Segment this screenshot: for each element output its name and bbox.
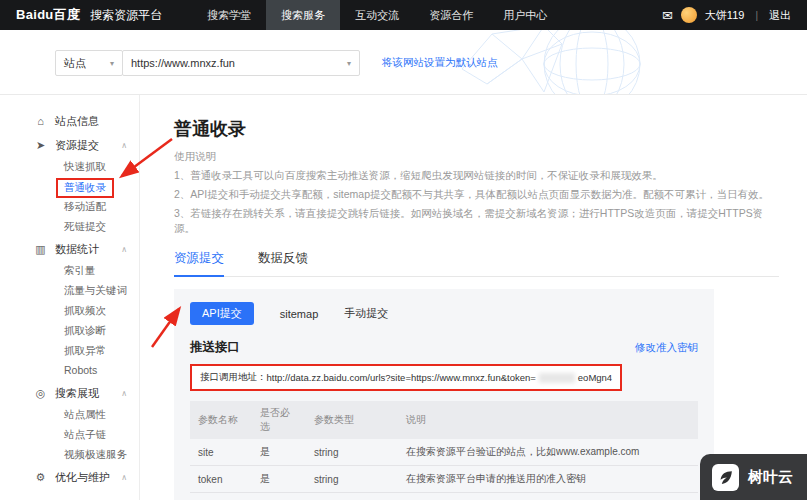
masked-token: [539, 373, 575, 383]
sidebar-item-crawl-errors[interactable]: 抓取异常: [0, 341, 139, 361]
sidebar-item-crawl-frequency[interactable]: 抓取频次: [0, 301, 139, 321]
usage-line-1: 1、普通收录工具可以向百度搜索主动推送资源，缩短爬虫发现网站链接的时间，不保证收…: [174, 168, 779, 183]
chevron-up-icon: ∧: [121, 245, 127, 254]
param-type: string: [306, 466, 398, 493]
modify-access-key-link[interactable]: 修改准入密钥: [635, 341, 698, 355]
display-icon: ◎: [34, 387, 47, 400]
site-type-select[interactable]: 站点 ▾: [55, 50, 123, 76]
annotation-red-box-sidebar: 普通收录: [56, 178, 114, 198]
sidebar-section-label: 数据统计: [55, 242, 99, 257]
set-default-site-link[interactable]: 将该网站设置为默认站点: [382, 56, 498, 70]
sidebar-item-video-speed-service[interactable]: 视频极速服务: [0, 445, 139, 465]
watermark-brand: 树叶云: [748, 468, 793, 487]
avatar[interactable]: [681, 7, 697, 23]
params-table: 参数名称 是否必选 参数类型 说明 site 是 string 在搜索资源平台验…: [190, 401, 698, 493]
chart-icon: ▥: [34, 243, 47, 256]
tab-resource-submit[interactable]: 资源提交: [174, 250, 224, 277]
param-name: token: [190, 466, 252, 493]
param-required: 是: [252, 466, 306, 493]
submit-panel: API提交 sitemap 手动提交 推送接口 修改准入密钥 接口调用地址： h…: [174, 289, 714, 500]
usage-line-2: 2、API提交和手动提交共享配额，sitemap提交配额不与其共享，具体配额以站…: [174, 187, 779, 202]
method-tabs: API提交 sitemap 手动提交: [190, 302, 698, 325]
navbar-divider: |: [755, 10, 758, 21]
mail-icon[interactable]: ✉: [662, 8, 673, 23]
top-navbar: Baidu百度 搜索资源平台 搜索学堂 搜索服务 互动交流 资源合作 用户中心 …: [0, 0, 807, 30]
chevron-down-icon: ▾: [110, 59, 114, 68]
table-row: token 是 string 在搜索资源平台申请的推送用的准入密钥: [190, 466, 698, 493]
watermark: 树叶云: [700, 454, 807, 500]
gear-icon: ⚙: [34, 471, 47, 484]
param-desc: 在搜索资源平台申请的推送用的准入密钥: [398, 466, 698, 493]
site-url-select[interactable]: https://www.mnxz.fun ▾: [122, 50, 360, 76]
chevron-up-icon: ∧: [121, 473, 127, 482]
sidebar-item-traffic-keywords[interactable]: 流量与关键词: [0, 281, 139, 301]
home-icon: ⌂: [34, 115, 47, 127]
sidebar-item-site-sublinks[interactable]: 站点子链: [0, 425, 139, 445]
site-selector-bar: 站点 ▾ https://www.mnxz.fun ▾ 将该网站设置为默认站点: [0, 30, 807, 95]
param-name: site: [190, 439, 252, 466]
sidebar-item-mobile-adaptation[interactable]: 移动适配: [0, 197, 139, 217]
sidebar-section-label: 资源提交: [55, 138, 99, 153]
method-tab-manual-submit[interactable]: 手动提交: [344, 306, 388, 321]
baidu-logo: Baidu百度: [16, 6, 80, 24]
logout-button[interactable]: 退出: [769, 8, 791, 23]
endpoint-label: 接口调用地址：: [200, 371, 267, 384]
nav-item-search-services[interactable]: 搜索服务: [266, 0, 340, 30]
sidebar-section-data-statistics[interactable]: ▥ 数据统计 ∧: [0, 237, 139, 261]
content-tabs: 资源提交 数据反馈: [174, 250, 779, 277]
sidebar-item-site-info[interactable]: ⌂ 站点信息: [0, 109, 139, 133]
site-type-label: 站点: [64, 56, 86, 71]
sidebar-item-robots[interactable]: Robots: [0, 361, 139, 381]
sidebar-item-normal-inclusion[interactable]: 普通收录: [0, 177, 139, 197]
navbar-right: ✉ 大饼119 | 退出: [662, 7, 791, 23]
sidebar-section-optimization[interactable]: ⚙ 优化与维护 ∧: [0, 465, 139, 489]
sidebar-item-dead-link-submit[interactable]: 死链提交: [0, 217, 139, 237]
param-type: string: [306, 439, 398, 466]
table-row: site 是 string 在搜索资源平台验证的站点，比如www.example…: [190, 439, 698, 466]
col-header-required: 是否必选: [252, 401, 306, 439]
method-tab-api-submit[interactable]: API提交: [190, 302, 254, 325]
nav-item-search-academy[interactable]: 搜索学堂: [192, 0, 266, 30]
endpoint-url: http://data.zz.baidu.com/urls?site=https…: [267, 372, 536, 383]
sidebar-item-label: 站点信息: [55, 114, 99, 129]
username[interactable]: 大饼119: [705, 8, 745, 23]
send-icon: ➤: [34, 139, 47, 152]
sidebar: ⌂ 站点信息 ➤ 资源提交 ∧ 快速抓取 普通收录 移动适配 死链提交 ▥ 数据…: [0, 95, 140, 500]
site-url-value: https://www.mnxz.fun: [131, 57, 235, 69]
usage-title: 使用说明: [174, 150, 779, 164]
param-desc: 在搜索资源平台验证的站点，比如www.example.com: [398, 439, 698, 466]
sidebar-section-label: 搜索展现: [55, 386, 99, 401]
col-header-desc: 说明: [398, 401, 698, 439]
platform-name: 搜索资源平台: [90, 7, 162, 24]
param-required: 是: [252, 439, 306, 466]
chevron-up-icon: ∧: [121, 389, 127, 398]
site-controls: 站点 ▾ https://www.mnxz.fun ▾ 将该网站设置为默认站点: [55, 50, 498, 76]
usage-line-3: 3、若链接存在跳转关系，请直接提交跳转后链接。如网站换域名，需提交新域名资源；进…: [174, 206, 779, 236]
leaf-logo-icon: [712, 464, 739, 491]
sidebar-section-resource-submit[interactable]: ➤ 资源提交 ∧: [0, 133, 139, 157]
page: Baidu百度 搜索资源平台 搜索学堂 搜索服务 互动交流 资源合作 用户中心 …: [0, 0, 807, 500]
main-nav: 搜索学堂 搜索服务 互动交流 资源合作 用户中心: [192, 0, 562, 30]
nav-item-resource-cooperation[interactable]: 资源合作: [414, 0, 488, 30]
layout: ⌂ 站点信息 ➤ 资源提交 ∧ 快速抓取 普通收录 移动适配 死链提交 ▥ 数据…: [0, 95, 807, 500]
push-api-header: 推送接口 修改准入密钥: [190, 339, 698, 356]
params-table-header-row: 参数名称 是否必选 参数类型 说明: [190, 401, 698, 439]
page-title: 普通收录: [174, 119, 779, 140]
nav-item-user-center[interactable]: 用户中心: [488, 0, 562, 30]
chevron-up-icon: ∧: [121, 141, 127, 150]
sidebar-item-site-attributes[interactable]: 站点属性: [0, 405, 139, 425]
endpoint-token-tail: eoMgn4: [578, 372, 612, 383]
push-api-title: 推送接口: [190, 339, 240, 356]
api-endpoint-box: 接口调用地址： http://data.zz.baidu.com/urls?si…: [190, 364, 622, 391]
sidebar-item-crawl-diagnosis[interactable]: 抓取诊断: [0, 321, 139, 341]
sidebar-item-index-volume[interactable]: 索引量: [0, 261, 139, 281]
tab-data-feedback[interactable]: 数据反馈: [258, 250, 308, 276]
nav-item-interaction[interactable]: 互动交流: [340, 0, 414, 30]
sidebar-item-quick-crawl[interactable]: 快速抓取: [0, 157, 139, 177]
sidebar-section-label: 优化与维护: [55, 470, 110, 485]
main-content: 普通收录 使用说明 1、普通收录工具可以向百度搜索主动推送资源，缩短爬虫发现网站…: [140, 95, 807, 500]
sidebar-section-search-display[interactable]: ◎ 搜索展现 ∧: [0, 381, 139, 405]
col-header-name: 参数名称: [190, 401, 252, 439]
method-tab-sitemap[interactable]: sitemap: [280, 308, 319, 320]
col-header-type: 参数类型: [306, 401, 398, 439]
